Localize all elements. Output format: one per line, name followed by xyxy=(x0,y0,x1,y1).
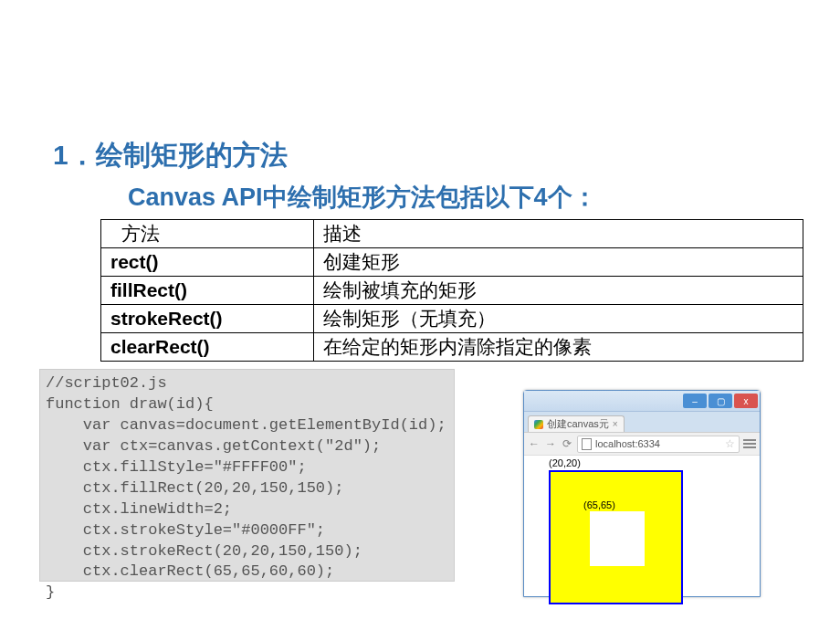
heading-title: 绘制矩形的方法 xyxy=(96,140,288,170)
heading-1: 1．绘制矩形的方法 xyxy=(53,137,288,174)
code-snippet: //script02.js function draw(id){ var can… xyxy=(39,369,455,582)
coord-label-1: (20,20) xyxy=(549,457,581,468)
address-bar: ← → ⟳ localhost:6334 ☆ xyxy=(524,433,760,456)
subheading-mid: 中绘制矩形方法包括以下 xyxy=(263,184,534,211)
browser-window: – ▢ x 创建canvas元 × ← → ⟳ localhost:6334 ☆… xyxy=(523,390,761,597)
coord-label-2: (65,65) xyxy=(583,499,615,510)
subheading-count: 4 xyxy=(534,184,548,211)
tab-strip: 创建canvas元 × xyxy=(524,412,760,433)
url-text: localhost:6334 xyxy=(595,438,660,449)
minimize-button[interactable]: – xyxy=(683,394,707,408)
table-row: fillRect() 绘制被填充的矩形 xyxy=(101,277,803,305)
document-icon xyxy=(582,438,592,450)
table-row: rect() 创建矩形 xyxy=(101,248,803,277)
window-titlebar: – ▢ x xyxy=(524,391,760,412)
tab-title: 创建canvas元 xyxy=(547,417,609,431)
close-button[interactable]: x xyxy=(734,394,758,408)
back-button[interactable]: ← xyxy=(528,437,541,450)
td-desc: 绘制被填充的矩形 xyxy=(314,277,803,305)
heading-number: 1 xyxy=(53,140,68,170)
canvas-render-area: (20,20) (65,65) xyxy=(524,456,760,474)
tab-close-icon[interactable]: × xyxy=(613,419,618,429)
url-input[interactable]: localhost:6334 ☆ xyxy=(577,436,740,453)
forward-button[interactable]: → xyxy=(544,437,557,450)
subheading-suffix: 个： xyxy=(548,184,597,211)
maximize-button[interactable]: ▢ xyxy=(709,394,732,408)
heading-sep: ． xyxy=(68,140,96,170)
td-method: rect() xyxy=(101,248,314,277)
subheading: Canvas API中绘制矩形方法包括以下4个： xyxy=(128,181,597,214)
table-header-row: 方法 描述 xyxy=(101,220,803,248)
table-row: strokeRect() 绘制矩形（无填充） xyxy=(101,305,803,333)
th-desc: 描述 xyxy=(314,220,803,248)
reload-button[interactable]: ⟳ xyxy=(561,437,573,450)
bookmark-star-icon[interactable]: ☆ xyxy=(725,437,735,450)
table-row: clearRect() 在给定的矩形内清除指定的像素 xyxy=(101,333,803,362)
td-desc: 绘制矩形（无填充） xyxy=(314,305,803,333)
td-method: fillRect() xyxy=(101,277,314,305)
api-methods-table: 方法 描述 rect() 创建矩形 fillRect() 绘制被填充的矩形 st… xyxy=(100,219,803,362)
favicon-icon xyxy=(534,420,543,429)
td-desc: 创建矩形 xyxy=(314,248,803,277)
td-desc: 在给定的矩形内清除指定的像素 xyxy=(314,333,803,362)
td-method: clearRect() xyxy=(101,333,314,362)
th-method: 方法 xyxy=(101,220,314,248)
browser-tab[interactable]: 创建canvas元 × xyxy=(528,415,625,432)
subheading-prefix: Canvas API xyxy=(128,184,263,211)
canvas-cleared-rect xyxy=(590,511,645,566)
menu-icon[interactable] xyxy=(743,439,756,448)
td-method: strokeRect() xyxy=(101,305,314,333)
